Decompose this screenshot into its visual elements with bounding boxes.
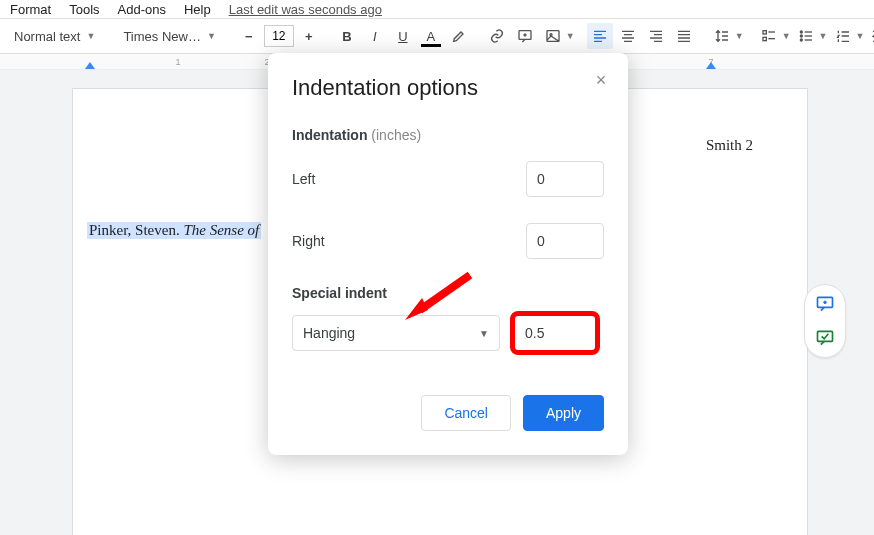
svg-point-7 — [800, 39, 802, 41]
chevron-down-icon: ▼ — [479, 328, 489, 339]
chevron-down-icon: ▼ — [86, 31, 95, 41]
line-spacing-button[interactable] — [709, 23, 735, 49]
font-size-increase-button[interactable]: + — [296, 23, 322, 49]
menu-tools[interactable]: Tools — [69, 2, 99, 17]
font-size-input[interactable] — [264, 25, 294, 47]
left-indent-input[interactable] — [526, 161, 604, 197]
ruler-number: 1 — [175, 57, 180, 67]
align-justify-button[interactable] — [671, 23, 697, 49]
link-icon — [489, 28, 505, 44]
bulleted-list-button[interactable] — [793, 23, 819, 49]
paragraph-style-select[interactable]: Normal text ▼ — [6, 23, 103, 49]
citation-title: The Sense of — [183, 222, 259, 238]
chevron-down-icon[interactable]: ▼ — [782, 31, 791, 41]
selected-text-line[interactable]: Pinker, Steven. The Sense of — [87, 222, 261, 239]
side-action-panel — [804, 284, 846, 358]
menu-addons[interactable]: Add-ons — [118, 2, 166, 17]
add-comment-fab[interactable] — [814, 293, 836, 315]
line-spacing-icon — [714, 28, 730, 44]
dialog-title: Indentation options — [292, 75, 604, 101]
apply-button[interactable]: Apply — [523, 395, 604, 431]
svg-point-6 — [800, 35, 802, 37]
menu-help[interactable]: Help — [184, 2, 211, 17]
bulleted-list-icon — [798, 28, 814, 44]
special-indent-amount-input[interactable] — [514, 315, 596, 351]
comment-plus-icon — [517, 28, 533, 44]
decrease-indent-button[interactable] — [866, 23, 874, 49]
left-indent-label: Left — [292, 171, 315, 187]
align-right-icon — [648, 28, 664, 44]
checklist-icon — [761, 28, 777, 44]
bold-button[interactable]: B — [334, 23, 360, 49]
suggest-edits-icon — [815, 328, 835, 348]
underline-button[interactable]: U — [390, 23, 416, 49]
last-edit-link[interactable]: Last edit was seconds ago — [229, 2, 382, 17]
indent-marker-left[interactable] — [85, 62, 95, 69]
svg-point-5 — [800, 31, 802, 33]
image-icon — [545, 28, 561, 44]
indentation-options-dialog: × Indentation options Indentation (inche… — [268, 53, 628, 455]
add-comment-button[interactable] — [512, 23, 538, 49]
numbered-list-icon — [835, 28, 851, 44]
highlighter-icon — [451, 28, 467, 44]
font-size-decrease-button[interactable]: − — [236, 23, 262, 49]
chevron-down-icon: ▼ — [207, 31, 216, 41]
page-header-text[interactable]: Smith 2 — [706, 137, 753, 154]
app-menubar: Format Tools Add-ons Help Last edit was … — [0, 0, 874, 18]
svg-rect-4 — [763, 37, 766, 40]
numbered-list-button[interactable] — [830, 23, 856, 49]
insert-image-button[interactable] — [540, 23, 566, 49]
special-indent-label: Special indent — [292, 285, 604, 301]
text-color-button[interactable]: A — [418, 23, 444, 49]
menu-format[interactable]: Format — [10, 2, 51, 17]
indent-marker-right[interactable] — [706, 62, 716, 69]
checklist-button[interactable] — [756, 23, 782, 49]
font-family-select[interactable]: Times New… ▼ — [115, 23, 223, 49]
align-left-icon — [592, 28, 608, 44]
chevron-down-icon[interactable]: ▼ — [819, 31, 828, 41]
insert-link-button[interactable] — [484, 23, 510, 49]
close-button[interactable]: × — [590, 69, 612, 91]
align-center-button[interactable] — [615, 23, 641, 49]
citation-author: Pinker, Steven. — [89, 222, 183, 238]
comment-plus-icon — [815, 294, 835, 314]
cancel-button[interactable]: Cancel — [421, 395, 511, 431]
right-indent-input[interactable] — [526, 223, 604, 259]
close-icon: × — [596, 70, 607, 90]
align-right-button[interactable] — [643, 23, 669, 49]
indentation-section-label: Indentation (inches) — [292, 127, 604, 143]
align-left-button[interactable] — [587, 23, 613, 49]
toolbar: Normal text ▼ Times New… ▼ − + B I U A ▼… — [0, 18, 874, 54]
svg-rect-3 — [763, 31, 766, 34]
suggest-edits-fab[interactable] — [814, 327, 836, 349]
special-indent-select[interactable]: Hanging ▼ — [292, 315, 500, 351]
align-center-icon — [620, 28, 636, 44]
svg-rect-9 — [818, 331, 833, 341]
right-indent-label: Right — [292, 233, 325, 249]
chevron-down-icon[interactable]: ▼ — [856, 31, 865, 41]
chevron-down-icon[interactable]: ▼ — [566, 31, 575, 41]
highlight-button[interactable] — [446, 23, 472, 49]
chevron-down-icon[interactable]: ▼ — [735, 31, 744, 41]
font-family-label: Times New… — [123, 29, 201, 44]
paragraph-style-label: Normal text — [14, 29, 80, 44]
italic-button[interactable]: I — [362, 23, 388, 49]
align-justify-icon — [676, 28, 692, 44]
special-indent-value: Hanging — [303, 325, 355, 341]
